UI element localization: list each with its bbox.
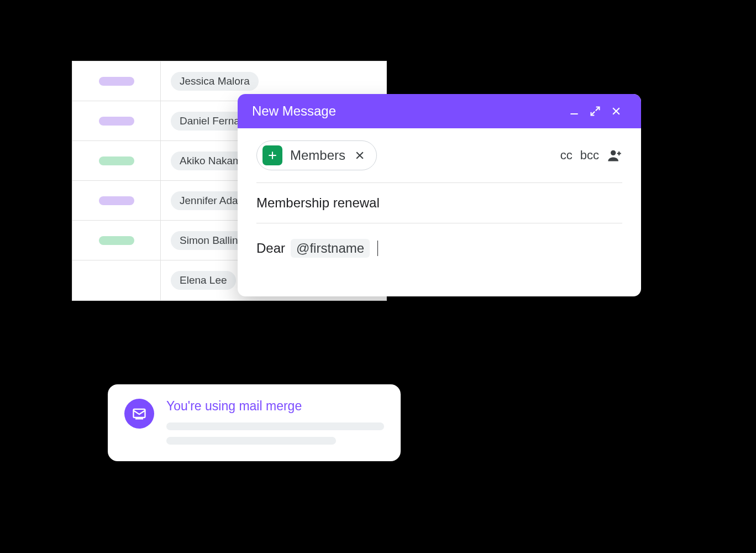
status-pill — [99, 196, 134, 205]
add-contact-icon[interactable] — [607, 148, 622, 163]
subject-field[interactable]: Membership renewal — [256, 183, 622, 223]
status-cell — [72, 141, 161, 180]
text-cursor — [377, 241, 378, 256]
recipients-row[interactable]: Members cc bcc — [256, 140, 622, 183]
mail-merge-icon — [124, 399, 154, 429]
compose-body: Members cc bcc Membership renewal Dear @… — [238, 128, 641, 296]
status-pill — [99, 236, 134, 245]
status-pill — [99, 156, 134, 165]
bcc-button[interactable]: bcc — [580, 148, 599, 163]
name-chip: Jessica Malora — [171, 72, 259, 91]
toast-title: You're using mail merge — [166, 399, 384, 414]
skeleton-line — [166, 422, 384, 430]
status-cell — [72, 101, 161, 140]
remove-chip-icon[interactable] — [353, 149, 366, 162]
name-chip: Simon Ballin — [171, 231, 247, 250]
mail-merge-toast: You're using mail merge — [108, 384, 401, 461]
merge-tag[interactable]: @firstname — [291, 239, 370, 258]
status-pill — [99, 117, 134, 126]
status-cell — [72, 221, 161, 260]
sheets-icon — [262, 145, 282, 165]
recipient-chip-label: Members — [290, 148, 345, 163]
body-editor[interactable]: Dear @firstname — [256, 223, 622, 258]
body-greeting: Dear — [256, 241, 285, 256]
expand-icon[interactable] — [585, 101, 606, 122]
status-pill — [99, 77, 134, 86]
close-button[interactable] — [606, 101, 627, 122]
svg-rect-10 — [134, 409, 145, 418]
svg-point-7 — [611, 150, 616, 155]
minimize-button[interactable] — [564, 101, 585, 122]
name-chip: Elena Lee — [171, 271, 236, 290]
name-chip: Jennifer Ada — [171, 191, 247, 210]
name-chip: Daniel Ferna — [171, 112, 249, 131]
compose-title: New Message — [252, 103, 336, 119]
status-cell — [72, 260, 161, 300]
compose-window: New Message Members — [238, 94, 641, 296]
recipient-chip[interactable]: Members — [256, 140, 377, 170]
name-cell: Jessica Malora — [161, 72, 386, 91]
compose-header: New Message — [238, 94, 641, 128]
status-cell — [72, 181, 161, 220]
cc-button[interactable]: cc — [560, 148, 573, 163]
skeleton-line — [166, 437, 336, 445]
status-cell — [72, 61, 161, 101]
